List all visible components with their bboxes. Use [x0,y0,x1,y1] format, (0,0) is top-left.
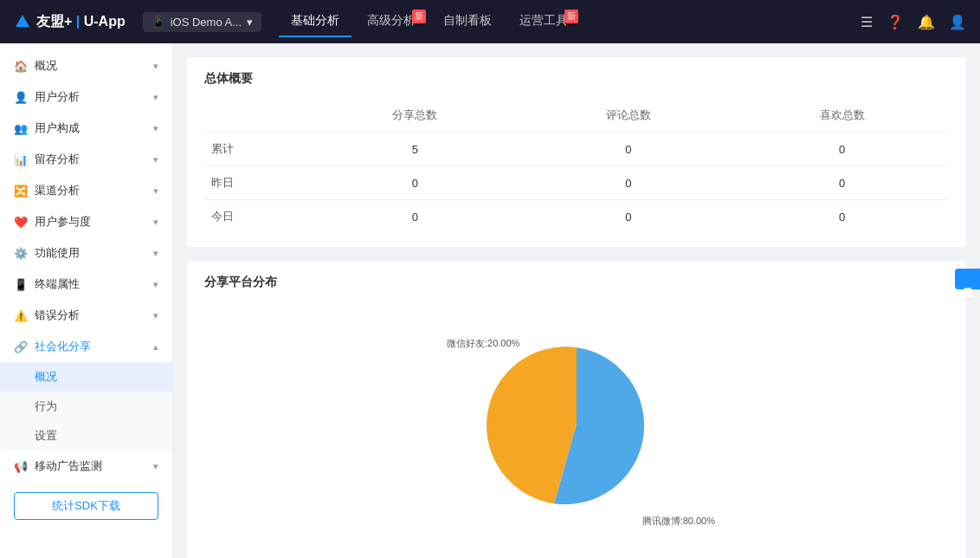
pie-label-wechat: 微信好友:20.00% [447,337,519,350]
logo: 友盟+ | U-App [14,13,126,31]
sidebar-item-user-composition[interactable]: 👥 用户构成 ▾ [0,113,172,144]
table-row: 昨日 0 0 0 [204,166,949,200]
row-label-today: 今日 [204,200,308,234]
main-content: 总体概要 分享总数 评论总数 喜欢总数 累计 5 0 0 [173,43,980,558]
chevron-icon: ▾ [153,217,158,228]
overview-icon: 🏠 [14,59,28,73]
operations-badge: 新 [564,10,578,23]
terminal-icon: 📱 [14,277,28,291]
sdk-download-area: 统计SDK下载 [14,492,158,520]
cell-today-like: 0 [735,200,949,234]
logo-icon [14,13,31,30]
sidebar-item-error[interactable]: ⚠️ 错误分析 ▾ [0,300,172,331]
col-header-share: 分享总数 [308,99,522,133]
pie-section: 分享平台分布 微信好友:20.00% 腾讯微博:80.00% [187,261,966,558]
sidebar-item-channel[interactable]: 🔀 渠道分析 ▾ [0,175,172,206]
layout: 🏠 概况 ▾ 👤 用户分析 ▾ 👥 用户构成 ▾ 📊 留存分析 ▾ [0,43,980,558]
pie-label-weibo: 腾讯微博:80.00% [642,515,715,528]
engagement-icon: ❤️ [14,215,28,229]
user-icon[interactable]: 👤 [949,14,966,30]
sidebar-item-overview[interactable]: 🏠 概况 ▾ [0,50,172,81]
user-comp-icon: 👥 [14,121,28,135]
menu-icon[interactable]: ☰ [861,14,873,30]
row-label-cumulative: 累计 [204,133,308,166]
chevron-icon: ▾ [153,92,158,103]
summary-title: 总体概要 [204,71,949,87]
cell-today-share: 0 [308,200,522,234]
feature-icon: ⚙️ [14,246,28,260]
sidebar-sub-behavior[interactable]: 行为 [0,392,172,421]
chevron-icon: ▾ [153,461,158,472]
chevron-icon: ▾ [153,123,158,134]
logo-text: 友盟+ | U-App [36,13,126,31]
table-row: 累计 5 0 0 [204,133,949,166]
table-row: 今日 0 0 0 [204,200,949,234]
cell-yesterday-share: 0 [308,166,522,200]
nav-basic-analysis[interactable]: 基础分析 [279,6,351,37]
row-label-yesterday: 昨日 [204,166,308,200]
cell-cumulative-share: 5 [308,133,522,166]
chevron-up-icon: ▴ [153,341,158,353]
user-analysis-icon: 👤 [14,90,28,104]
chevron-icon: ▾ [153,154,158,165]
cell-cumulative-comment: 0 [522,133,736,166]
cell-cumulative-like: 0 [735,133,949,166]
topbar-icons: ☰ ❓ 🔔 👤 [861,14,966,30]
topbar: 友盟+ | U-App 📱 iOS Demo A... ▾ 基础分析 高级分析 … [0,0,980,43]
sidebar-item-social-share[interactable]: 🔗 社会化分享 ▴ [0,331,172,362]
cell-today-comment: 0 [522,200,736,234]
ad-icon: 📢 [14,459,28,473]
cell-yesterday-like: 0 [735,166,949,200]
sidebar-item-ad-monitor[interactable]: 📢 移动广告监测 ▾ [0,451,172,482]
app-selector-label: iOS Demo A... [171,16,242,29]
summary-section: 总体概要 分享总数 评论总数 喜欢总数 累计 5 0 0 [187,57,966,247]
app-selector-icon: 📱 [152,16,165,29]
sidebar-sub-social: 概况 行为 设置 [0,362,172,451]
chevron-down-icon: ▾ [247,16,253,29]
col-header-comment: 评论总数 [522,99,736,133]
float-online-service[interactable]: 在线客服 [955,269,980,289]
sidebar: 🏠 概况 ▾ 👤 用户分析 ▾ 👥 用户构成 ▾ 📊 留存分析 ▾ [0,43,173,558]
sidebar-item-retention[interactable]: 📊 留存分析 ▾ [0,144,172,175]
nav-operations[interactable]: 运营工具 新 [507,6,580,37]
bell-icon[interactable]: 🔔 [918,14,935,30]
nav-dashboard[interactable]: 自制看板 [431,6,504,37]
share-icon: 🔗 [14,340,28,354]
help-icon[interactable]: ❓ [887,14,904,30]
cell-yesterday-comment: 0 [522,166,736,200]
sidebar-item-feature-usage[interactable]: ⚙️ 功能使用 ▾ [0,237,172,269]
sidebar-item-terminal[interactable]: 📱 终端属性 ▾ [0,269,172,300]
sidebar-item-engagement[interactable]: ❤️ 用户参与度 ▾ [0,206,172,237]
col-header-empty [204,99,308,133]
advanced-badge: 新 [412,10,426,23]
sdk-download-button[interactable]: 统计SDK下载 [14,492,158,520]
error-icon: ⚠️ [14,308,28,322]
chevron-icon: ▾ [153,185,158,197]
svg-marker-0 [16,15,29,27]
summary-table: 分享总数 评论总数 喜欢总数 累计 5 0 0 昨日 0 0 [204,99,949,233]
channel-icon: 🔀 [14,184,28,198]
chevron-icon: ▾ [153,61,158,72]
nav-advanced-analysis[interactable]: 高级分析 新 [355,6,428,37]
chevron-icon: ▾ [153,248,158,259]
top-nav: 基础分析 高级分析 新 自制看板 运营工具 新 [279,6,861,37]
sidebar-item-user-analysis[interactable]: 👤 用户分析 ▾ [0,81,172,113]
chart-area: 微信好友:20.00% 腾讯微博:80.00% 腾讯微博 微信好友 [204,302,949,558]
sidebar-sub-settings[interactable]: 设置 [0,421,172,451]
chevron-icon: ▾ [153,279,158,290]
retention-icon: 📊 [14,152,28,166]
sidebar-sub-overview[interactable]: 概况 [0,362,172,392]
col-header-like: 喜欢总数 [735,99,949,133]
chevron-icon: ▾ [153,310,158,321]
pie-title: 分享平台分布 [204,275,949,290]
app-selector[interactable]: 📱 iOS Demo A... ▾ [143,12,261,32]
